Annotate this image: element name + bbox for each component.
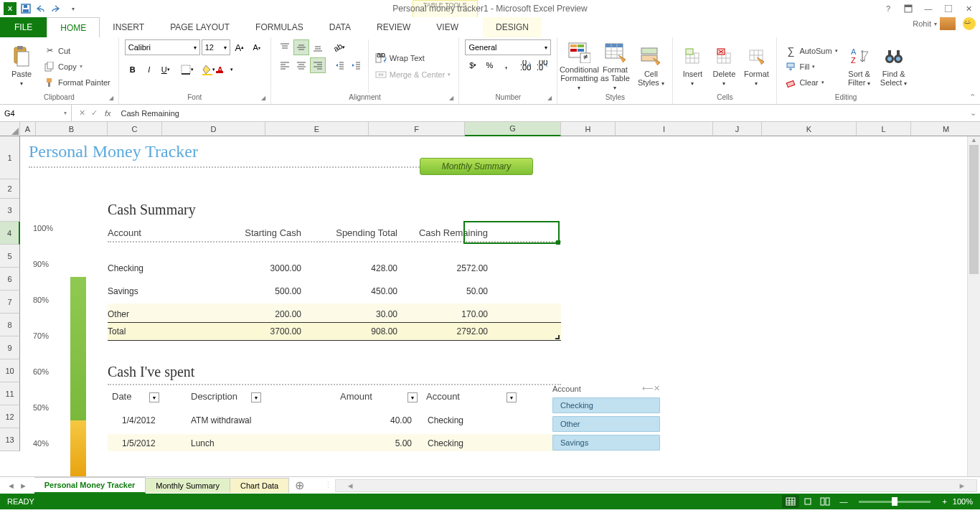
font-launcher[interactable]: ◢ [261,95,268,102]
underline-button[interactable]: U▾ [158,62,174,77]
font-name-select[interactable]: Calibri▾ [125,39,200,55]
accounting-button[interactable]: $▾ [465,57,481,73]
conditional-formatting-button[interactable]: ≠Conditional Formatting ▾ [563,39,595,93]
increase-decimal-button[interactable]: .0.00 [518,57,534,73]
page-break-view-button[interactable] [816,495,834,508]
qat-customize[interactable]: ▾ [66,1,80,16]
decrease-indent-button[interactable] [331,57,347,73]
decrease-decimal-button[interactable]: .00.0 [534,57,550,73]
font-color-button[interactable]: A▾ [217,62,233,77]
table-cell[interactable]: 428.00 [326,263,397,273]
increase-font-button[interactable]: A▴ [232,39,248,55]
format-as-table-button[interactable]: Format as Table ▾ [599,39,631,93]
autosum-button[interactable]: ∑AutoSum ▾ [783,44,839,58]
table-cell[interactable]: 3000.00 [230,263,301,273]
cut-button[interactable]: ✂Cut [42,44,113,58]
maximize-button[interactable] [940,1,957,16]
ribbon-display-options[interactable] [900,1,917,16]
align-left-button[interactable] [277,57,293,73]
design-tab[interactable]: DESIGN [483,17,542,37]
slicer-item[interactable]: Savings [552,435,660,451]
next-sheet-button[interactable]: ► [19,481,27,490]
italic-button[interactable]: I [141,62,157,77]
row-header-1[interactable]: 1 [0,136,20,179]
zoom-level[interactable]: 100% [953,497,973,506]
orientation-button[interactable]: ab▾ [331,39,347,55]
col-header-D[interactable]: D [162,122,265,136]
slicer-item[interactable]: Checking [552,397,660,413]
table-cell[interactable]: Checking [428,438,514,448]
fx-icon[interactable]: fx [105,109,117,118]
align-bottom-button[interactable] [310,39,326,55]
col-header-H[interactable]: H [561,122,616,136]
table-cell[interactable]: 30.00 [326,309,397,319]
col-header-C[interactable]: C [108,122,162,136]
total-cell[interactable]: 2792.00 [416,326,488,336]
comma-button[interactable]: , [498,57,514,73]
table-cell[interactable]: 500.00 [230,286,301,296]
file-tab[interactable]: FILE [0,17,47,37]
percent-button[interactable]: % [481,57,497,73]
help-button[interactable]: ? [880,1,897,16]
font-size-select[interactable]: 12▾ [202,39,230,55]
new-sheet-button[interactable]: ⊕ [289,479,310,492]
table-cell[interactable]: 50.00 [416,286,488,296]
filter-dropdown[interactable]: ▼ [149,392,159,402]
row-header-8[interactable]: 8 [0,314,20,336]
row-header-7[interactable]: 7 [0,291,20,314]
clear-filter-icon[interactable]: ⟵✕ [642,384,660,393]
table-cell[interactable]: 2572.00 [416,263,488,273]
total-cell[interactable]: 3700.00 [230,326,301,336]
total-cell[interactable]: 908.00 [326,326,397,336]
sheet-tab-monthly[interactable]: Monthly Summary [146,478,230,493]
prev-sheet-button[interactable]: ◄ [7,481,15,490]
insert-cells-button[interactable]: Insert▾ [679,39,706,93]
vertical-scrollbar[interactable]: ▲ [967,136,980,476]
table-cell[interactable]: 40.00 [362,415,412,425]
clear-button[interactable]: Clear ▾ [783,75,839,90]
col-header-K[interactable]: K [762,122,857,136]
user-account[interactable]: Rohit ▾ [913,17,956,30]
merge-center-button[interactable]: Merge & Center ▾ [373,67,453,82]
zoom-out-button[interactable]: — [839,497,847,506]
alignment-launcher[interactable]: ◢ [449,95,456,102]
col-header-A[interactable]: A [20,122,36,136]
sheet-tab-chart[interactable]: Chart Data [230,478,289,493]
col-header-J[interactable]: J [713,122,762,136]
save-button[interactable] [19,1,33,16]
review-tab[interactable]: REVIEW [364,17,423,37]
cells-area[interactable]: Personal Money TrackerMonthly SummaryCas… [20,136,967,476]
table-cell[interactable]: Savings [108,286,208,296]
insert-tab[interactable]: INSERT [100,17,157,37]
col-header-B[interactable]: B [36,122,108,136]
table-cell[interactable]: 450.00 [326,286,397,296]
fill-color-button[interactable]: ▾ [201,62,217,77]
data-tab[interactable]: DATA [316,17,364,37]
row-header-11[interactable]: 11 [0,382,20,405]
close-button[interactable]: ✕ [960,1,977,16]
bold-button[interactable]: B [125,62,141,77]
cancel-formula-button[interactable]: ✕ [79,108,85,118]
filter-dropdown[interactable]: ▼ [251,392,261,402]
align-center-button[interactable] [293,57,309,73]
row-header-4[interactable]: 4 [0,222,20,245]
filter-dropdown[interactable]: ▼ [507,392,517,402]
page-layout-view-button[interactable] [799,495,816,508]
table-cell[interactable]: ATM withdrawal [191,415,277,425]
undo-button[interactable] [34,1,49,16]
clipboard-launcher[interactable]: ◢ [109,95,116,102]
decrease-font-button[interactable]: A▾ [249,39,265,55]
feedback-smiley-icon[interactable] [963,17,976,30]
excel-icon[interactable]: X [3,1,17,16]
sheet-tab-tracker[interactable]: Personal Money Tracker [34,477,146,494]
formulas-tab[interactable]: FORMULAS [242,17,316,37]
format-cells-button[interactable]: Format▾ [742,39,771,93]
table-cell[interactable]: Checking [428,415,514,425]
zoom-slider[interactable] [859,501,930,503]
align-top-button[interactable] [277,39,293,55]
col-header-E[interactable]: E [265,122,369,136]
table-cell[interactable]: Other [108,309,208,319]
collapse-ribbon-button[interactable]: ⌃ [969,93,976,102]
align-right-button[interactable] [310,57,326,73]
row-header-3[interactable]: 3 [0,199,20,222]
